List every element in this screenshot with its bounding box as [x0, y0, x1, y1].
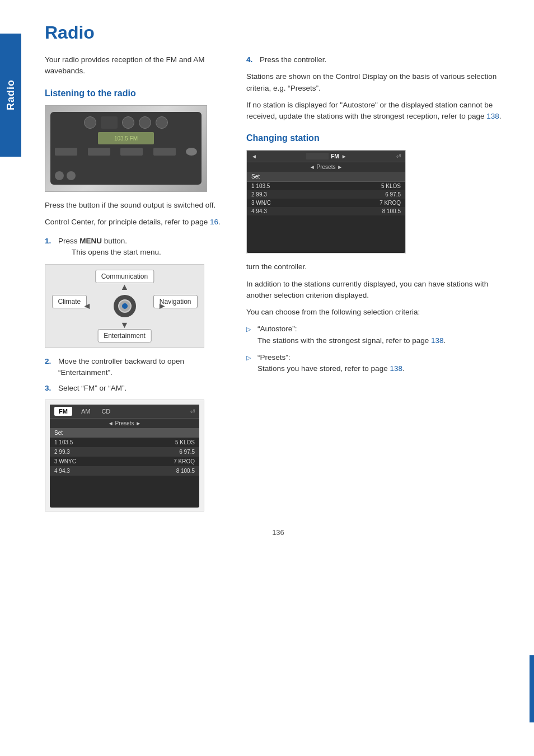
step-2: 2. Move the controller backward to open … — [45, 356, 229, 379]
presets-subheader: ◄ Presets ► — [50, 419, 199, 428]
step-1: 1. Press MENU button. This opens the sta… — [45, 236, 229, 259]
station-presets-bar: ◄ Presets ► — [247, 162, 405, 172]
body-text-1: Press the button if the sound output is … — [45, 200, 229, 211]
am-tab: AM — [79, 407, 93, 416]
station-set: Set — [247, 172, 405, 182]
bullet-autostore: ▷ “Autostore”: The stations with the str… — [246, 323, 512, 346]
cd-tab: CD — [99, 407, 113, 416]
arrow-left: ◄ — [83, 301, 92, 311]
set-label: Set — [50, 428, 199, 438]
fm-am-table: FM AM CD ⏎ ◄ Presets ► Set 1 103.5 5 KLO… — [45, 400, 204, 511]
bullet-arrow-2: ▷ — [246, 353, 253, 375]
cd-icon: ⏎ — [190, 408, 195, 415]
fm-row-4: 4 94.3 8 100.5 — [50, 466, 199, 476]
menu-communication: Communication — [95, 270, 154, 283]
sidebar-tab-label: Radio — [5, 79, 17, 110]
fm-row-3: 3 WNYC 7 KROQ — [50, 457, 199, 466]
arrow-right: ► — [158, 301, 167, 311]
sidebar-tab: Radio — [0, 34, 21, 157]
station-table-image: ◄ FM ► ⏎ ◄ Presets ► Set 1 103.5 — [246, 150, 406, 253]
fm-am-header: FM AM CD ⏎ — [50, 405, 199, 419]
para-stations-2: You can choose from the following select… — [246, 307, 512, 318]
steps-2-3: 2. Move the controller backward to open … — [45, 356, 229, 395]
step-3: 3. Select “FM” or “AM”. — [45, 383, 229, 394]
fm-row-1: 1 103.5 5 KLOS — [50, 438, 199, 447]
para-presets: Stations are shown on the Control Displa… — [246, 71, 512, 94]
selection-criteria-list: ▷ “Autostore”: The stations with the str… — [246, 323, 512, 374]
section-listening-heading: Listening to the radio — [45, 88, 229, 98]
station-row-4: 4 94.3 8 100.5 — [247, 207, 405, 215]
para-stations-1: In addition to the stations currently di… — [246, 279, 512, 302]
menu-climate: Climate — [52, 295, 87, 308]
menu-entertainment: Entertainment — [97, 329, 152, 342]
station-icon: ⏎ — [396, 153, 401, 159]
changing-station-heading: Changing station — [246, 133, 512, 143]
turn-text: turn the controller. — [246, 261, 512, 273]
page-indicator-bar — [530, 655, 534, 722]
link-page-138b[interactable]: 138 — [431, 336, 444, 345]
step-4-list: 4. Press the controller. — [246, 54, 512, 65]
para-autostore: If no station is displayed for "Autostor… — [246, 100, 512, 123]
bullet-presets: ▷ “Presets”: Stations you have stored, r… — [246, 352, 512, 375]
bullet-arrow-1: ▷ — [246, 325, 253, 346]
arrow-up: ▲ — [120, 282, 129, 292]
radio-image: 103.5 FM — [45, 105, 207, 192]
intro-text: Your radio provides reception of the FM … — [45, 54, 229, 77]
station-row-2: 2 99.3 6 97.5 — [247, 190, 405, 199]
steps-list: 1. Press MENU button. This opens the sta… — [45, 236, 229, 259]
station-row-1: 1 103.5 5 KLOS — [247, 182, 405, 190]
menu-center-knob — [114, 295, 136, 317]
page-number: 136 — [45, 528, 512, 548]
fm-row-2: 2 99.3 6 97.5 — [50, 447, 199, 457]
station-row-3: 3 WN/C 7 KROQ — [247, 199, 405, 207]
page-title: Radio — [45, 22, 512, 43]
menu-diagram: Communication Climate Navigation Enterta… — [45, 264, 204, 348]
link-page-138a[interactable]: 138 — [486, 112, 499, 120]
step-1-sub: This opens the start menu. — [72, 247, 161, 258]
step-4: 4. Press the controller. — [246, 54, 512, 65]
link-page-16[interactable]: 16 — [210, 218, 218, 226]
station-top-bar: ◄ FM ► ⏎ — [247, 151, 405, 162]
menu-word: MENU — [79, 237, 102, 245]
body-text-2: Control Center, for principle details, r… — [45, 217, 229, 228]
fm-tab: FM — [54, 407, 72, 416]
link-page-138c[interactable]: 138 — [390, 364, 402, 373]
arrow-down: ▼ — [120, 320, 129, 330]
